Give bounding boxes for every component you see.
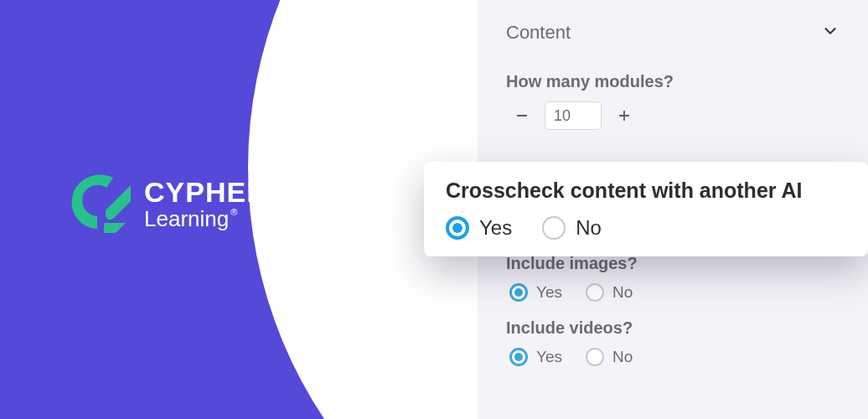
videos-no-option[interactable]: No [586, 348, 633, 366]
brand-name-line2: Learning [144, 208, 229, 230]
modules-increment-button[interactable] [613, 105, 635, 127]
chevron-down-icon [821, 22, 840, 44]
modules-decrement-button[interactable] [511, 105, 533, 127]
modules-question: How many modules? [506, 72, 840, 91]
radio-icon [586, 283, 604, 302]
radio-icon [509, 283, 528, 302]
radio-icon [446, 216, 469, 240]
images-radio-group: Yes No [509, 283, 840, 302]
videos-yes-label: Yes [536, 348, 562, 366]
videos-question: Include videos? [506, 318, 840, 338]
crosscheck-yes-label: Yes [479, 216, 512, 240]
images-no-label: No [612, 283, 633, 302]
crosscheck-question: Crosscheck content with another AI [446, 178, 846, 203]
modules-stepper [511, 101, 840, 130]
crosscheck-no-option[interactable]: No [542, 216, 602, 240]
crosscheck-radio-group: Yes No [446, 216, 846, 240]
radio-icon [542, 216, 566, 240]
images-question: Include images? [506, 254, 840, 273]
modules-count-input[interactable] [545, 101, 602, 130]
videos-yes-option[interactable]: Yes [509, 348, 562, 366]
images-no-option[interactable]: No [586, 283, 633, 302]
content-section-title: Content [506, 22, 571, 44]
registered-mark: ® [230, 208, 237, 217]
crosscheck-yes-option[interactable]: Yes [446, 216, 512, 240]
images-yes-option[interactable]: Yes [509, 283, 562, 302]
videos-radio-group: Yes No [509, 348, 840, 366]
crosscheck-no-label: No [576, 216, 602, 240]
images-yes-label: Yes [536, 283, 562, 302]
brand-name-line1: CYPHER [144, 178, 268, 206]
crosscheck-card: Crosscheck content with another AI Yes N… [424, 162, 868, 256]
radio-icon [509, 348, 528, 366]
radio-icon [586, 348, 604, 366]
videos-no-label: No [612, 348, 633, 366]
brand-logo-mark-icon [67, 173, 132, 235]
content-section-header[interactable]: Content [478, 0, 868, 65]
stage: CYPHER Learning ® Content How many modul… [0, 0, 868, 419]
brand-logo: CYPHER Learning ® [67, 173, 268, 235]
